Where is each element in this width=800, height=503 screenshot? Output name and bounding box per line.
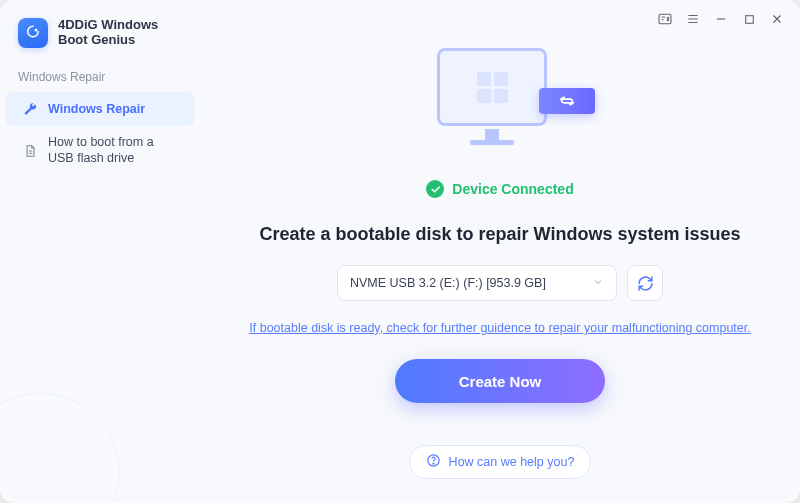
app-title: 4DDiG Windows Boot Genius xyxy=(58,18,158,48)
wrench-icon xyxy=(22,101,38,117)
device-dropdown-value: NVME USB 3.2 (E:) (F:) [953.9 GB] xyxy=(350,276,546,290)
maximize-icon[interactable] xyxy=(740,10,758,28)
titlebar xyxy=(656,0,800,48)
help-icon xyxy=(426,453,441,471)
device-select-row: NVME USB 3.2 (E:) (F:) [953.9 GB] xyxy=(337,265,663,301)
sidebar-item-windows-repair[interactable]: Windows Repair xyxy=(6,92,194,126)
help-label: How can we help you? xyxy=(449,455,575,469)
svg-point-2 xyxy=(35,29,38,32)
svg-point-4 xyxy=(433,463,434,464)
guidance-link[interactable]: If bootable disk is ready, check for fur… xyxy=(249,321,750,335)
sidebar-item-how-to-boot[interactable]: How to boot from a USB flash drive xyxy=(6,126,194,175)
status-row: Device Connected xyxy=(426,180,573,198)
menu-icon[interactable] xyxy=(684,10,702,28)
monitor-base xyxy=(470,140,514,145)
monitor-illustration xyxy=(415,44,585,164)
document-icon xyxy=(22,143,38,159)
sidebar-item-label: How to boot from a USB flash drive xyxy=(48,135,178,166)
svg-rect-0 xyxy=(659,14,671,23)
windows-logo-icon xyxy=(477,72,508,103)
device-dropdown[interactable]: NVME USB 3.2 (E:) (F:) [953.9 GB] xyxy=(337,265,617,301)
chevron-down-icon xyxy=(592,276,604,291)
main-panel: Device Connected Create a bootable disk … xyxy=(200,0,800,503)
app-window: 4DDiG Windows Boot Genius Windows Repair… xyxy=(0,0,800,503)
monitor-screen xyxy=(437,48,547,126)
refresh-icon xyxy=(637,275,654,292)
usb-badge xyxy=(539,88,595,114)
svg-rect-1 xyxy=(745,15,753,23)
app-title-line1: 4DDiG Windows xyxy=(58,18,158,33)
logo: 4DDiG Windows Boot Genius xyxy=(0,18,200,66)
body: 4DDiG Windows Boot Genius Windows Repair… xyxy=(0,0,800,503)
decorative-circle xyxy=(0,393,120,503)
help-button[interactable]: How can we help you? xyxy=(409,445,592,479)
app-title-line2: Boot Genius xyxy=(58,33,158,48)
create-now-button[interactable]: Create Now xyxy=(395,359,605,403)
sidebar-item-label: Windows Repair xyxy=(48,102,145,116)
status-text: Device Connected xyxy=(452,181,573,197)
minimize-icon[interactable] xyxy=(712,10,730,28)
check-icon xyxy=(426,180,444,198)
refresh-button[interactable] xyxy=(627,265,663,301)
close-icon[interactable] xyxy=(768,10,786,28)
logo-icon xyxy=(18,18,48,48)
headline: Create a bootable disk to repair Windows… xyxy=(260,224,741,245)
language-icon[interactable] xyxy=(656,10,674,28)
sidebar: 4DDiG Windows Boot Genius Windows Repair… xyxy=(0,0,200,503)
sidebar-section-label: Windows Repair xyxy=(0,66,200,92)
